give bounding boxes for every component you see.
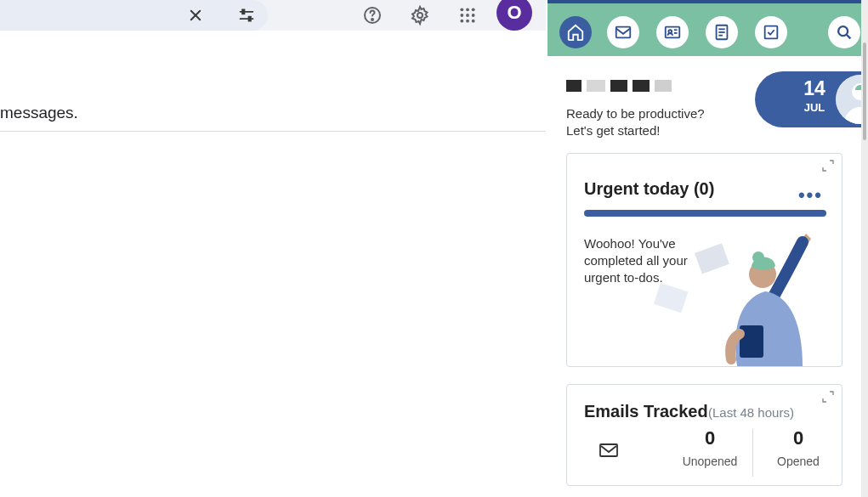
date-month: JUL <box>797 101 831 114</box>
metric-divider <box>752 429 753 477</box>
close-icon[interactable] <box>180 0 211 31</box>
svg-point-7 <box>372 19 373 20</box>
urgent-title-text: Urgent today <box>584 179 689 198</box>
unopened-label: Unopened <box>667 455 752 468</box>
mail-icon <box>596 440 621 464</box>
gear-icon[interactable] <box>405 0 435 31</box>
svg-point-35 <box>752 251 764 263</box>
svg-rect-37 <box>600 444 617 456</box>
urgent-progress-bar <box>584 210 826 217</box>
svg-rect-5 <box>249 17 252 21</box>
opened-label: Opened <box>756 455 841 468</box>
svg-point-20 <box>668 30 672 33</box>
urgent-today-card: Urgent today (0) ••• Woohoo! You've comp… <box>566 153 842 367</box>
svg-rect-27 <box>765 26 778 39</box>
nav-mail[interactable] <box>607 16 639 48</box>
nav-tasks[interactable] <box>755 16 787 48</box>
svg-rect-36 <box>740 325 763 358</box>
emails-tracked-card: Emails Tracked (Last 48 hours) 0 Unopene… <box>566 384 842 486</box>
expand-icon[interactable] <box>821 159 837 174</box>
date-day: 14 <box>797 77 831 100</box>
nav-home[interactable] <box>559 16 592 48</box>
panel-scrollbar-thumb[interactable] <box>863 42 866 140</box>
svg-point-14 <box>472 14 475 17</box>
apps-grid-icon[interactable] <box>452 0 483 31</box>
svg-point-10 <box>466 8 469 11</box>
row-divider <box>0 131 546 132</box>
greeting-line-1: Ready to be productive? <box>566 105 705 122</box>
more-menu-icon[interactable]: ••• <box>798 184 823 206</box>
svg-point-17 <box>472 20 475 23</box>
nav-search[interactable] <box>828 16 860 48</box>
message-text-fragment: messages. <box>0 104 78 122</box>
side-panel: Ready to be productive? Let's get starte… <box>547 0 868 497</box>
celebration-illustration <box>639 232 842 366</box>
greeting-text: Ready to be productive? Let's get starte… <box>566 105 705 139</box>
panel-nav <box>547 3 861 56</box>
svg-rect-4 <box>242 9 245 14</box>
user-name-redacted <box>566 80 685 92</box>
svg-rect-32 <box>654 283 688 313</box>
svg-point-15 <box>460 20 463 23</box>
urgent-card-title: Urgent today (0) <box>584 179 714 199</box>
urgent-count: (0) <box>694 179 714 198</box>
svg-point-12 <box>460 14 463 17</box>
help-icon[interactable] <box>357 0 388 31</box>
svg-point-9 <box>460 8 463 11</box>
emails-card-subtitle: (Last 48 hours) <box>708 405 794 420</box>
filter-sliders-icon[interactable] <box>231 0 262 31</box>
svg-rect-33 <box>695 243 729 274</box>
nav-contacts[interactable] <box>656 16 689 48</box>
svg-point-8 <box>417 13 423 18</box>
nav-documents[interactable] <box>706 16 738 48</box>
svg-rect-18 <box>616 27 631 38</box>
greeting-line-2: Let's get started! <box>566 122 705 139</box>
emails-card-title: Emails Tracked <box>584 402 708 421</box>
metric-opened: 0 Opened <box>756 427 841 468</box>
svg-point-28 <box>838 26 848 36</box>
metric-unopened: 0 Unopened <box>667 427 752 468</box>
date-pill[interactable]: 14 JUL <box>755 71 861 127</box>
search-pill[interactable] <box>0 0 268 31</box>
svg-point-13 <box>466 14 469 17</box>
svg-rect-19 <box>666 27 680 38</box>
panel-scrollbar-track[interactable] <box>861 0 868 497</box>
opened-count: 0 <box>756 427 841 449</box>
svg-line-29 <box>847 35 851 39</box>
avatar-initial: O <box>507 2 521 24</box>
main-app-area: O messages. <box>0 0 546 497</box>
message-list-area: messages. <box>0 40 546 133</box>
svg-point-16 <box>466 20 469 23</box>
svg-point-11 <box>472 8 475 11</box>
unopened-count: 0 <box>667 427 752 449</box>
expand-icon[interactable] <box>821 390 837 405</box>
